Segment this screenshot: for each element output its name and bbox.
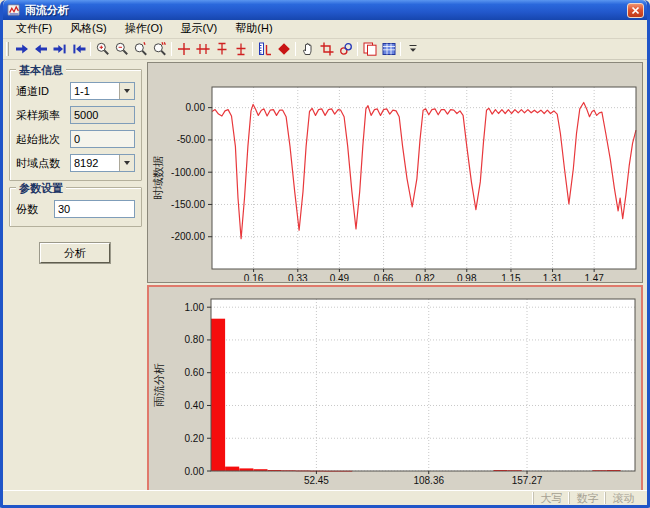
histogram-bar (225, 467, 239, 471)
sample-rate-field[interactable] (71, 107, 134, 123)
y-tick-label: 0.40 (185, 400, 205, 411)
rainflow-plot: 0.000.200.400.600.801.0052.45108.36157.2… (149, 287, 641, 492)
start-batch-label: 起始批次 (16, 132, 70, 147)
toolbar-separator (252, 42, 253, 56)
cursor-top-icon (214, 41, 230, 57)
time-points-dropdown-button[interactable] (119, 155, 134, 171)
toolbar-button-zoom-y-restore[interactable] (150, 40, 169, 58)
toolbar-button-zoom-x-restore[interactable] (131, 40, 150, 58)
y-tick-label: -50.00 (177, 134, 206, 145)
start-batch-field-wrap (70, 130, 135, 148)
y-tick-label: 0.00 (186, 102, 206, 113)
sample-rate-label: 采样频率 (16, 108, 70, 123)
nav-back-icon (33, 41, 49, 57)
y-tick-label: 0.60 (185, 367, 205, 378)
titlebar: 雨流分析 (3, 0, 647, 20)
analyze-button[interactable]: 分析 (40, 243, 110, 263)
portions-label: 份数 (16, 202, 54, 217)
ruler-icon (257, 41, 273, 57)
start-batch-field[interactable] (71, 131, 134, 147)
toolbar-separator (171, 42, 172, 56)
zoom-box-icon (319, 41, 335, 57)
y-tick-label: -200.00 (171, 231, 205, 242)
x-tick-label: 0.49 (330, 273, 350, 281)
params-group: 参数设置 份数 (9, 187, 142, 227)
status-scroll: 滚动 (605, 492, 641, 504)
basic-info-group: 基本信息 通道ID 采样频率 起始批次 (9, 69, 142, 181)
data-grid-icon (381, 41, 397, 57)
time-points-combo[interactable] (70, 154, 135, 172)
x-tick-label: 0.98 (457, 273, 477, 281)
close-icon (630, 5, 641, 16)
chevron-down-icon (124, 89, 130, 93)
toolbar-button-pan-hand[interactable] (298, 40, 317, 58)
cursor-pair-icon (195, 41, 211, 57)
sample-rate-field-wrap (70, 106, 135, 124)
menu-item-help[interactable]: 帮助(H) (226, 19, 281, 39)
toolbar-grip[interactable] (6, 42, 9, 56)
toolbar-button-copy[interactable] (360, 40, 379, 58)
toolbar-button-nav-forward[interactable] (12, 40, 31, 58)
app-window: 雨流分析 文件(F) 风格(S) 操作(O) 显示(V) 帮助(H) 基本信息 … (0, 0, 650, 508)
time-domain-chart-panel: 0.00-50.00-100.00-150.00-200.000.160.330… (147, 62, 643, 283)
toolbar-separator (90, 42, 91, 56)
channel-id-dropdown-button[interactable] (119, 83, 134, 99)
cursor-single-icon (176, 41, 192, 57)
toolbar-button-ruler[interactable] (255, 40, 274, 58)
menu-item-file[interactable]: 文件(F) (7, 19, 61, 39)
toolbar-button-nav-back[interactable] (31, 40, 50, 58)
window-title: 雨流分析 (25, 3, 627, 18)
zoom-out-icon (114, 41, 130, 57)
statusbar: 大写 数字 滚动 (3, 490, 647, 505)
toolbar-button-marker-diamond[interactable] (274, 40, 293, 58)
toolbar-button-nav-forward-end[interactable] (50, 40, 69, 58)
close-button[interactable] (627, 3, 644, 18)
toolbar-button-cursor-bottom[interactable] (231, 40, 250, 58)
nav-forward-icon (14, 41, 30, 57)
y-axis-title: 雨流分析 (153, 363, 165, 407)
menu-item-style[interactable]: 风格(S) (61, 19, 116, 39)
pan-hand-icon (300, 41, 316, 57)
portions-field[interactable] (55, 201, 134, 217)
toolbar-button-data-grid[interactable] (379, 40, 398, 58)
toolbar-button-toolbar-overflow[interactable] (403, 40, 422, 58)
status-caps: 大写 (533, 492, 569, 504)
toolbar-button-cursor-pair[interactable] (193, 40, 212, 58)
toolbar-button-cursor-top[interactable] (212, 40, 231, 58)
rainflow-chart-panel: 0.000.200.400.600.801.0052.45108.36157.2… (147, 285, 643, 494)
x-tick-label: 52.45 (304, 475, 329, 486)
x-tick-label: 0.16 (244, 273, 264, 281)
link-icon (338, 41, 354, 57)
toolbar-button-zoom-box[interactable] (317, 40, 336, 58)
zoom-y-restore-icon (152, 41, 168, 57)
toolbar-separator (295, 42, 296, 56)
x-tick-label: 108.36 (413, 475, 444, 486)
portions-row: 份数 (16, 200, 135, 218)
y-axis-title: 时域数据 (152, 156, 164, 200)
x-tick-label: 157.27 (512, 475, 543, 486)
toolbar (3, 39, 647, 60)
channel-id-combo[interactable] (70, 82, 135, 100)
y-tick-label: 0.20 (185, 433, 205, 444)
sidebar: 基本信息 通道ID 采样频率 起始批次 (5, 61, 145, 489)
time-points-label: 时域点数 (16, 156, 70, 171)
time-points-value[interactable] (71, 155, 119, 171)
menu-item-operate[interactable]: 操作(O) (116, 19, 172, 39)
toolbar-button-zoom-in[interactable] (93, 40, 112, 58)
portions-field-wrap (54, 200, 135, 218)
toolbar-button-nav-back-start[interactable] (69, 40, 88, 58)
toolbar-button-cursor-single[interactable] (174, 40, 193, 58)
toolbar-overflow-icon (405, 41, 421, 57)
toolbar-separator (357, 42, 358, 56)
time-domain-plot: 0.00-50.00-100.00-150.00-200.000.160.330… (148, 63, 644, 281)
charts-area: 0.00-50.00-100.00-150.00-200.000.160.330… (145, 61, 643, 489)
histogram-bar (211, 319, 225, 471)
toolbar-button-zoom-out[interactable] (112, 40, 131, 58)
toolbar-button-link[interactable] (336, 40, 355, 58)
y-tick-label: -100.00 (171, 167, 205, 178)
menu-item-display[interactable]: 显示(V) (172, 19, 227, 39)
app-icon (7, 3, 21, 17)
channel-id-value[interactable] (71, 83, 119, 99)
y-tick-label: 0.00 (185, 466, 205, 477)
start-batch-row: 起始批次 (16, 130, 135, 148)
